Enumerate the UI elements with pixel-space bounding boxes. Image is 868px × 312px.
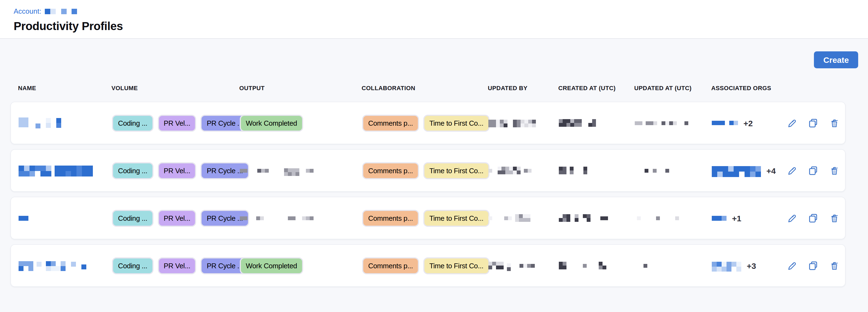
cell-associated-orgs: +4: [712, 165, 783, 176]
table-row: Coding ...PR Vel...PR Cycle ... Work Com…: [10, 244, 846, 287]
pencil-icon: [786, 260, 797, 271]
cell-created-at: [559, 167, 635, 174]
cell-output: Work Completed: [240, 257, 362, 274]
trash-icon: [829, 165, 840, 176]
edit-button[interactable]: [786, 260, 797, 271]
metric-chip: PR Vel...: [158, 162, 196, 179]
redacted-text: [635, 263, 647, 268]
cell-volume: Coding ...PR Vel...PR Cycle ...: [112, 210, 240, 226]
pencil-icon: [786, 118, 797, 128]
cell-collaboration: Comments p...Time to First Co...: [362, 257, 488, 274]
orgs-more-count: +2: [743, 118, 753, 128]
pencil-icon: [786, 213, 797, 223]
redacted-text: [488, 167, 531, 174]
redacted-text: [559, 119, 596, 127]
copy-icon: [808, 118, 818, 128]
metric-chip: Comments p...: [362, 115, 419, 131]
page: Account: Productivity Profiles Create NA…: [0, 0, 868, 312]
trash-icon: [829, 118, 840, 128]
cell-updated-at: [635, 216, 712, 220]
cell-created-at: [559, 214, 635, 222]
duplicate-button[interactable]: [808, 118, 818, 128]
metric-chip: Coding ...: [112, 162, 153, 179]
delete-button[interactable]: [829, 213, 840, 223]
redacted-text: [559, 167, 587, 174]
edit-button[interactable]: [786, 213, 797, 223]
redacted-text: [712, 121, 738, 125]
cell-updated-at: [635, 121, 712, 125]
account-link[interactable]: Account:: [14, 7, 41, 16]
cell-collaboration: Comments p...Time to First Co...: [362, 210, 488, 226]
duplicate-button[interactable]: [808, 213, 818, 223]
cell-output: [240, 167, 362, 174]
pencil-icon: [786, 165, 797, 176]
cell-collaboration: Comments p...Time to First Co...: [362, 162, 488, 179]
cell-output: Work Completed: [240, 115, 362, 131]
cell-name: [19, 165, 112, 176]
cell-volume: Coding ...PR Vel...PR Cycle ...: [112, 257, 240, 274]
account-line: Account:: [14, 7, 868, 16]
cell-created-at: [559, 119, 635, 127]
redacted-text: [19, 118, 61, 128]
create-button[interactable]: Create: [814, 51, 858, 68]
cell-name: [19, 118, 112, 128]
profiles-table: Coding ...PR Vel...PR Cycle ... Work Com…: [10, 102, 846, 287]
cell-collaboration: Comments p...Time to First Co...: [362, 115, 488, 131]
redacted-text: [488, 119, 536, 127]
cell-updated-by: [488, 214, 559, 222]
metric-chip: PR Vel...: [158, 257, 196, 274]
metric-chip: Comments p...: [362, 210, 419, 226]
metric-chip: PR Vel...: [158, 115, 196, 131]
delete-button[interactable]: [829, 260, 840, 271]
duplicate-button[interactable]: [808, 260, 818, 271]
trash-icon: [829, 213, 840, 223]
copy-icon: [808, 260, 818, 271]
column-header-output: OUTPUT: [239, 85, 362, 91]
page-title: Productivity Profiles: [14, 20, 868, 33]
redacted-text: [488, 262, 535, 270]
metric-chip: PR Vel...: [158, 210, 196, 226]
cell-updated-by: [488, 119, 559, 127]
cell-volume: Coding ...PR Vel...PR Cycle ...: [112, 115, 240, 131]
redacted-text: [240, 167, 314, 174]
metric-chip: Coding ...: [112, 115, 153, 131]
copy-icon: [808, 213, 818, 223]
cell-actions: [783, 118, 838, 128]
redacted-text: [712, 165, 761, 176]
cell-actions: [783, 213, 838, 223]
redacted-text: [488, 214, 530, 222]
delete-button[interactable]: [829, 165, 840, 176]
redacted-text: [712, 216, 726, 220]
edit-button[interactable]: [786, 165, 797, 176]
redacted-text: [19, 165, 93, 176]
table-row: Coding ...PR Vel...PR Cycle ... Comments…: [10, 149, 846, 192]
edit-button[interactable]: [786, 118, 797, 128]
cell-associated-orgs: +1: [712, 213, 783, 223]
cell-name: [19, 261, 112, 271]
orgs-more-count: +1: [732, 213, 741, 223]
delete-button[interactable]: [829, 118, 840, 128]
column-header-name: NAME: [18, 85, 112, 91]
trash-icon: [829, 260, 840, 271]
metric-chip: Comments p...: [362, 162, 419, 179]
redacted-text: [19, 216, 28, 220]
cell-associated-orgs: +2: [712, 118, 783, 128]
redacted-text: [635, 121, 688, 125]
duplicate-button[interactable]: [808, 165, 818, 176]
metric-chip: Time to First Co...: [423, 210, 490, 226]
redacted-text: [559, 214, 608, 222]
cell-output: [240, 216, 362, 220]
redacted-text: [635, 168, 669, 173]
cell-updated-by: [488, 262, 559, 270]
copy-icon: [808, 165, 818, 176]
redacted-text: [44, 9, 77, 14]
metric-chip: Comments p...: [362, 257, 419, 274]
redacted-text: [559, 262, 606, 270]
table-header-row: NAMEVOLUMEOUTPUTCOLLABORATIONUPDATED BYC…: [0, 85, 868, 91]
redacted-text: [712, 261, 741, 271]
column-header-updated-by: UPDATED BY: [488, 85, 558, 91]
page-header: Account: Productivity Profiles: [0, 0, 868, 39]
cell-created-at: [559, 262, 635, 270]
cell-volume: Coding ...PR Vel...PR Cycle ...: [112, 162, 240, 179]
column-header-associated-orgs: ASSOCIATED ORGS: [711, 85, 783, 91]
